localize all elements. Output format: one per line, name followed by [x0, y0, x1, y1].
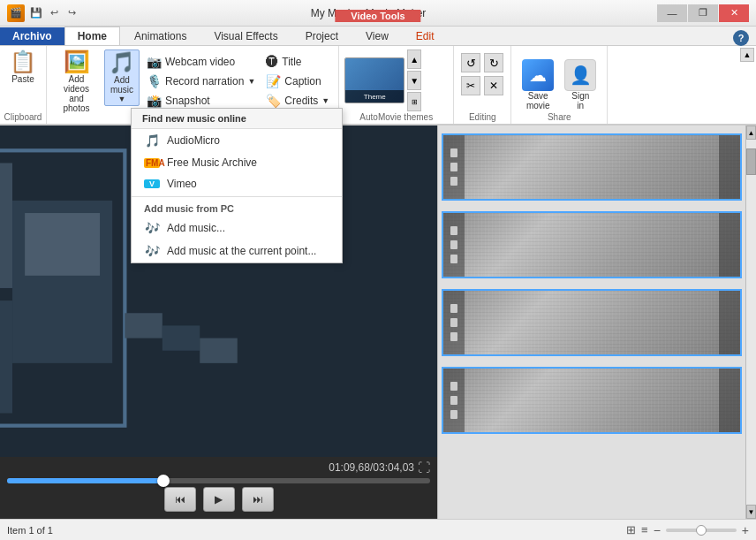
scroll-down-btn[interactable]: ▼: [746, 505, 756, 519]
dropdown-arrow: ▼: [118, 95, 126, 103]
thumb-item-1[interactable]: [442, 133, 742, 201]
remove-btn[interactable]: ✕: [484, 76, 503, 95]
add-videos-btn[interactable]: 🖼️ Add videos and photos: [52, 49, 101, 115]
rotate-right-btn[interactable]: ↻: [484, 53, 503, 72]
thumb-item-2[interactable]: [442, 211, 742, 278]
film-hole-1: [450, 148, 457, 157]
webcam-video-btn[interactable]: 📷 Webcam video: [143, 53, 259, 71]
minimize-btn[interactable]: —: [657, 4, 687, 22]
snapshot-icon: 📸: [147, 94, 162, 108]
add-music-point-item[interactable]: 🎶 Add music at the current point...: [132, 240, 342, 262]
theme-more-btn[interactable]: ⊞: [407, 92, 421, 111]
quick-access-toolbar: 💾 ↩ ↪: [28, 5, 79, 21]
thumb-texture-4: [443, 369, 740, 432]
thumb-stripe-left-2: [443, 213, 465, 277]
next-frame-btn[interactable]: ⏭: [242, 487, 274, 512]
thumbnail-panel-wrapper: ▲ ▼: [437, 125, 756, 519]
video-tools-label: Video Tools: [335, 10, 420, 22]
tab-edit[interactable]: Edit: [403, 27, 448, 45]
share-items: ☁ Save movie 👤 Sign in: [518, 49, 600, 120]
vimeo-icon: V: [144, 179, 160, 188]
status-item-info: Item 1 of 1: [7, 525, 53, 536]
add-music-dropdown: Find new music online 🎵 AudioMicro FMA F…: [131, 108, 343, 263]
tab-visual-effects[interactable]: Visual Effects: [200, 27, 291, 45]
scroll-up-btn[interactable]: ▲: [746, 125, 756, 140]
add-music-point-icon: 🎶: [144, 244, 160, 258]
theme-scroll-btns: ▲ ▼ ⊞: [407, 49, 421, 111]
tab-animations[interactable]: Animations: [121, 27, 200, 45]
sign-in-icon: 👤: [564, 59, 596, 91]
clipboard-items: 📋 Paste: [5, 49, 41, 120]
paste-icon: 📋: [10, 51, 36, 72]
editing-grid: ↺ ↻ ✂ ✕: [461, 53, 503, 95]
save-quick-btn[interactable]: 💾: [28, 5, 44, 21]
theme-up-btn[interactable]: ▲: [407, 49, 421, 69]
thumb-stripe-left-3: [443, 291, 465, 354]
thumb-item-3[interactable]: [442, 289, 742, 356]
redo-btn[interactable]: ↪: [64, 5, 79, 21]
audiomicro-item[interactable]: 🎵 AudioMicro: [132, 129, 342, 152]
ribbon-group-clipboard: 📋 Paste Clipboard: [0, 46, 47, 124]
add-music-icon: 🎵: [109, 52, 135, 73]
thumb-item-4[interactable]: [442, 367, 742, 434]
progress-thumb[interactable]: [157, 475, 170, 487]
close-btn[interactable]: ✕: [719, 4, 749, 22]
app-icon: 🎬: [7, 4, 25, 22]
small-btns-col1: 📷 Webcam video 🎙️ Record narration ▼ 📸 S…: [143, 49, 259, 110]
zoom-thumb[interactable]: [696, 525, 707, 536]
sign-in-btn[interactable]: 👤 Sign in: [561, 49, 600, 120]
caption-icon: 📝: [266, 74, 281, 88]
credits-btn[interactable]: 🏷️ Credits ▼: [262, 92, 333, 110]
free-music-archive-item[interactable]: FMA Free Music Archive: [132, 152, 342, 173]
trim-btn[interactable]: ✂: [461, 76, 480, 95]
prev-frame-btn[interactable]: ⏮: [164, 487, 196, 512]
tab-archivo[interactable]: Archivo: [0, 27, 64, 45]
save-movie-btn[interactable]: ☁ Save movie: [518, 49, 557, 120]
caption-btn[interactable]: 📝 Caption: [262, 72, 333, 90]
tab-view[interactable]: View: [352, 27, 402, 45]
thumb-stripe-right-4: [719, 369, 740, 432]
film-hole-4: [450, 226, 457, 235]
expand-btn[interactable]: ⛶: [418, 460, 430, 475]
vimeo-item[interactable]: V Vimeo: [132, 173, 342, 194]
scroll-thumb[interactable]: [746, 148, 756, 175]
thumb-stripe-left-1: [443, 135, 465, 199]
add-music-item[interactable]: 🎶 Add music...: [132, 217, 342, 240]
paste-btn[interactable]: 📋 Paste: [5, 49, 41, 86]
restore-btn[interactable]: ❐: [688, 4, 718, 22]
undo-btn[interactable]: ↩: [46, 5, 62, 21]
tab-home[interactable]: Home: [64, 27, 120, 45]
film-hole-10: [450, 382, 457, 391]
add-music-btn[interactable]: 🎵 Add music ▼: [104, 49, 140, 106]
progress-bar[interactable]: [7, 478, 430, 483]
tab-project[interactable]: Project: [292, 27, 352, 45]
ribbon: 📋 Paste Clipboard 🖼️ Add videos and phot…: [0, 46, 756, 125]
help-btn[interactable]: ?: [733, 30, 749, 46]
record-narration-btn[interactable]: 🎙️ Record narration ▼: [143, 72, 259, 90]
thumb-texture-2: [443, 213, 740, 277]
ribbon-minimize-btn[interactable]: ▲: [740, 48, 754, 62]
view-list-btn[interactable]: ≡: [641, 523, 648, 536]
main-content: 01:09,68/03:04,03 ⛶ ⏮ ▶ ⏭: [0, 125, 756, 519]
play-pause-btn[interactable]: ▶: [203, 487, 235, 512]
title-btn[interactable]: 🅣 Title: [262, 53, 333, 71]
add-music-item-icon: 🎶: [144, 221, 160, 235]
zoom-minus-btn[interactable]: −: [654, 523, 661, 537]
title-icon: 🅣: [266, 55, 278, 69]
film-hole-5: [450, 240, 457, 249]
dropdown-header-pc: Add music from PC: [132, 199, 342, 217]
zoom-slider[interactable]: [666, 529, 737, 532]
theme-thumb-1[interactable]: Theme: [344, 57, 404, 103]
rotate-left-btn[interactable]: ↺: [461, 53, 480, 72]
ribbon-group-share: ☁ Save movie 👤 Sign in Share: [511, 46, 608, 124]
scroll-track: [746, 140, 756, 505]
small-btns-col2: 🅣 Title 📝 Caption 🏷️ Credits ▼: [262, 49, 333, 110]
theme-down-btn[interactable]: ▼: [407, 71, 421, 90]
save-movie-icon: ☁: [522, 59, 554, 91]
film-hole-2: [450, 163, 457, 171]
theme-thumbs: Theme: [344, 57, 404, 103]
status-right: ⊞ ≡ − +: [626, 523, 749, 537]
zoom-plus-btn[interactable]: +: [742, 523, 749, 537]
snapshot-btn[interactable]: 📸 Snapshot: [143, 92, 259, 110]
view-grid-btn[interactable]: ⊞: [626, 523, 636, 536]
